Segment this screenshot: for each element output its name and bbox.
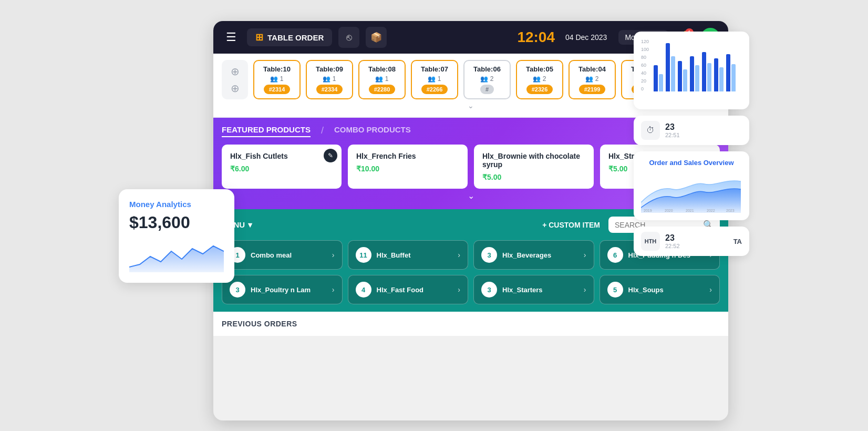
menu-item-name: Combo meal — [251, 251, 327, 259]
menu-item-2[interactable]: 3 Hlx_Beverages › — [473, 240, 594, 270]
order-badge: #2326 — [526, 85, 553, 94]
bar-chart-y-axis: 120100806040200 — [641, 39, 649, 91]
bar-group-2 — [678, 61, 687, 91]
featured-products-tab[interactable]: FEATURED PRODUCTS — [222, 125, 311, 137]
bar-light — [683, 69, 687, 91]
bar-group-6 — [726, 54, 736, 91]
table-card-table-07[interactable]: Table:07 👥 1 #2266 — [411, 60, 458, 99]
product-price: ₹5.00 — [482, 173, 585, 181]
menu-item-1[interactable]: 11 Hlx_Buffet › — [348, 240, 469, 270]
bar-group-0 — [654, 65, 663, 91]
order-badge: #2280 — [369, 85, 396, 94]
bar-group-4 — [702, 52, 711, 91]
menu-item-count: 11 — [356, 247, 371, 263]
money-analytics-title: Money Analytics — [129, 200, 224, 209]
y-label: 60 — [641, 63, 649, 68]
y-label: 40 — [641, 70, 649, 76]
menu-item-7[interactable]: 5 Hlx_Soups › — [600, 275, 720, 304]
product-name: Hlx_Fish Cutlets — [230, 152, 333, 160]
widget-2-time: 22:52 — [665, 243, 728, 249]
product-card-0[interactable]: Hlx_Fish Cutlets ₹6.00 ✎ — [222, 145, 342, 189]
tab-title-text: TABLE ORDER — [267, 33, 324, 42]
bar-dark — [678, 61, 682, 91]
custom-item-button[interactable]: + CUSTOM ITEM — [542, 221, 600, 229]
hamburger-button[interactable]: ☰ — [222, 28, 241, 46]
widget-2-info: 23 22:52 — [665, 233, 728, 249]
table-order-tab[interactable]: ⊞ TABLE ORDER — [247, 28, 332, 46]
order-badge: #2199 — [579, 85, 606, 94]
y-label: 0 — [641, 86, 649, 91]
menu-item-count: 4 — [356, 282, 371, 297]
combo-products-tab[interactable]: COMBO PRODUCTS — [334, 125, 411, 137]
table-card-table-05[interactable]: Table:05 👥 2 #2326 — [516, 60, 563, 99]
bar-light — [707, 63, 711, 91]
order-badge: #2314 — [264, 85, 291, 94]
table-number: Table:06 — [473, 65, 501, 73]
money-chart — [129, 241, 224, 272]
menu-item-0[interactable]: 1 Combo meal › — [222, 240, 343, 270]
right-panel: 120100806040200 ⏱ 23 2 — [634, 32, 749, 256]
menu-item-6[interactable]: 3 Hlx_Starters › — [473, 275, 594, 304]
menu-item-arrow-icon: › — [458, 285, 460, 294]
bar-group-5 — [714, 58, 724, 91]
table-number: Table:08 — [368, 65, 396, 73]
table-order-icon: ⊞ — [255, 32, 263, 43]
bar-light — [719, 67, 724, 91]
bar-light — [731, 64, 736, 91]
order-badge: # — [480, 85, 494, 94]
table-number: Table:04 — [578, 65, 606, 73]
box-icon-btn[interactable]: 📦 — [366, 27, 387, 48]
bar-dark — [702, 52, 706, 91]
svg-text:2019: 2019 — [644, 209, 652, 212]
product-card-2[interactable]: Hlx_Brownie with chocolate syrup ₹5.00 — [474, 145, 594, 189]
money-analytics-amount: $13,600 — [129, 213, 224, 232]
widget-2-num: 23 — [665, 233, 728, 243]
table-number: Table:10 — [263, 65, 291, 73]
table-guests: 👥 2 — [533, 75, 546, 83]
table-card-table-08[interactable]: Table:08 👥 1 #2280 — [358, 60, 406, 99]
table-card-table-10[interactable]: Table:10 👥 1 #2314 — [253, 60, 301, 99]
drag-handle[interactable]: ⊕ ⊕ — [222, 60, 248, 99]
order-badge: #2334 — [316, 85, 343, 94]
menu-item-name: Hlx_Poultry n Lam — [251, 286, 327, 294]
menu-item-arrow-icon: › — [332, 251, 335, 259]
y-label: 80 — [641, 55, 649, 60]
bar-dark — [654, 65, 658, 91]
table-number: Table:05 — [526, 65, 553, 73]
menu-item-count: 5 — [607, 282, 623, 297]
bar-dark — [714, 58, 718, 91]
widget-1-icon: ⏱ — [641, 121, 660, 140]
y-label: 20 — [641, 78, 649, 84]
bar-light — [659, 74, 663, 91]
drag-top-icon: ⊕ — [231, 65, 240, 78]
table-guests: 👥 1 — [375, 75, 388, 83]
bar-dark — [726, 54, 730, 91]
table-guests: 👥 1 — [323, 75, 336, 83]
money-analytics-card: Money Analytics $13,600 — [119, 189, 234, 283]
table-card-table-09[interactable]: Table:09 👥 1 #2334 — [306, 60, 353, 99]
table-guests: 👥 1 — [428, 75, 441, 83]
widget-2: HTH 23 22:52 TA — [634, 227, 749, 256]
bar-light — [695, 65, 699, 91]
menu-item-name: Hlx_Soups — [628, 286, 705, 294]
table-card-table-06[interactable]: Table:06 👥 2 # — [463, 60, 511, 99]
transfer-icon-btn[interactable]: ⎋ — [338, 27, 359, 48]
edit-button[interactable]: ✎ — [324, 149, 337, 162]
menu-item-count: 3 — [481, 282, 497, 297]
table-guests: 👥 2 — [480, 75, 493, 83]
widget-2-label: TA — [733, 238, 742, 245]
menu-item-count: 6 — [607, 247, 623, 263]
product-card-1[interactable]: Hlx_French Fries ₹10.00 — [348, 145, 468, 189]
bar-chart-card: 120100806040200 — [634, 32, 749, 109]
widget-1: ⏱ 23 22:51 — [634, 116, 749, 145]
svg-text:2022: 2022 — [707, 209, 715, 212]
menu-item-name: Hlx_Starters — [502, 286, 578, 294]
drag-bottom-icon: ⊕ — [231, 82, 240, 95]
table-card-table-04[interactable]: Table:04 👥 2 #2199 — [569, 60, 616, 99]
menu-item-arrow-icon: › — [584, 285, 586, 294]
order-sales-title: Order and Sales Overview — [641, 159, 742, 167]
table-guests: 👥 1 — [270, 75, 283, 83]
menu-item-4[interactable]: 3 Hlx_Poultry n Lam › — [222, 275, 343, 304]
menu-item-5[interactable]: 4 Hlx_Fast Food › — [348, 275, 469, 304]
widget-1-info: 23 22:51 — [665, 122, 742, 138]
